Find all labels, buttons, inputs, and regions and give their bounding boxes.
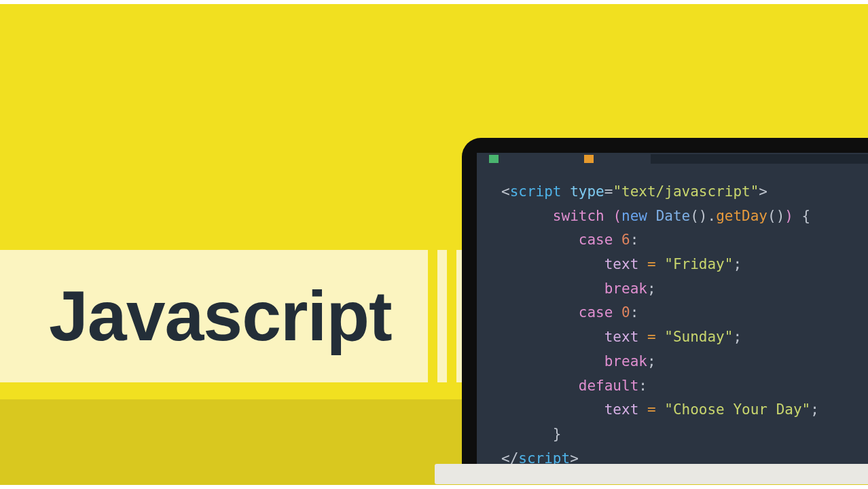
code-token: break [604,353,647,369]
code-token: ; [810,401,819,418]
code-token [613,232,621,248]
laptop-screen: <script type="text/javascript"> switch (… [477,153,868,464]
code-token: type [570,183,604,200]
tab-accent-green [489,155,499,163]
code-token: ; [733,329,742,345]
laptop-bezel: <script type="text/javascript"> switch (… [462,138,868,464]
code-token [656,401,665,418]
code-token [638,401,647,418]
code-token: "Sunday" [664,329,733,345]
code-token: : [638,378,647,394]
code-token [638,256,647,272]
code-token: ; [733,256,742,272]
code-token: (). [690,208,716,224]
code-token: = [647,329,656,345]
border-bottom [0,485,868,489]
code-token: ) [784,208,793,224]
title-band: Javascript [0,250,428,382]
code-token: text [604,401,639,418]
laptop: <script type="text/javascript"> switch (… [462,138,868,489]
code-token: ; [647,353,656,369]
code-token: switch [553,208,604,224]
code-token: ( [613,208,621,224]
code-token [656,256,665,272]
laptop-base [435,464,868,484]
code-token [562,183,571,200]
stripe-1 [437,250,447,382]
code-token: () [767,208,784,224]
code-block: <script type="text/javascript"> switch (… [477,165,868,471]
code-token: : [630,232,639,248]
code-token: } [553,426,562,442]
code-token [638,329,647,345]
code-token: = [647,256,656,272]
code-token [647,208,656,224]
tab-accent-orange [584,155,594,163]
border-top [0,0,868,4]
code-token: ; [647,280,656,297]
code-token: case [579,304,613,321]
code-token: getDay [716,208,767,224]
code-token: "text/javascript" [613,183,759,200]
code-token: break [604,280,647,297]
code-token [656,329,665,345]
code-token: text [604,256,639,272]
tab-inactive [651,154,868,164]
code-token: = [604,183,613,200]
tab-bar [477,153,868,165]
code-token: < [501,183,510,200]
code-token: default [579,378,639,394]
code-token: case [579,232,613,248]
code-token: text [604,329,639,345]
code-token [613,304,621,321]
code-token: "Choose Your Day" [664,401,810,418]
code-token: script [510,183,562,200]
code-token: : [630,304,639,321]
code-token: new [621,208,647,224]
page-title: Javascript [49,276,392,357]
code-token: 6 [621,232,630,248]
code-token: > [759,183,767,200]
code-token: = [647,401,656,418]
code-token: Date [656,208,691,224]
code-token: "Friday" [664,256,733,272]
code-token [604,208,613,224]
code-token: 0 [621,304,630,321]
code-token: { [793,208,810,224]
